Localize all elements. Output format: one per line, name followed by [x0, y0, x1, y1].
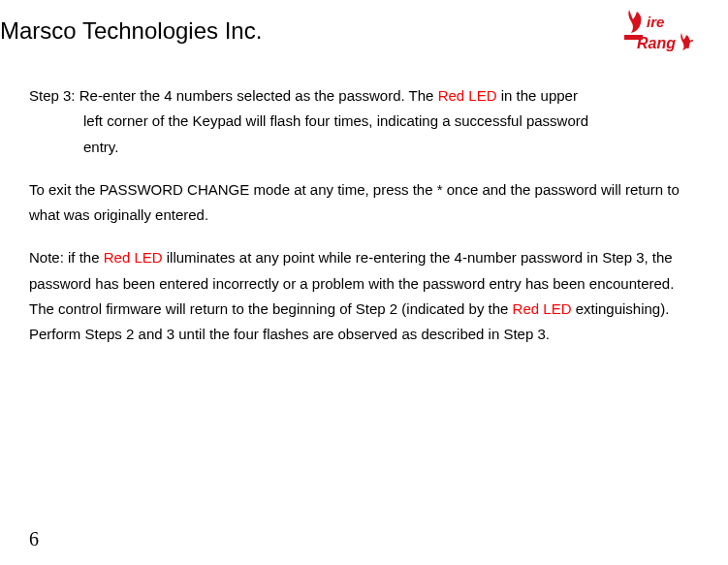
note-text-1: Note: if the [29, 249, 104, 266]
step-3-label: Step 3: [29, 87, 79, 104]
header: Marsco Technologies Inc. ire Rang r [0, 0, 728, 45]
step-3-paragraph: Step 3: Re-enter the 4 numbers selected … [29, 83, 699, 160]
svg-text:ire: ire [647, 14, 664, 30]
note-paragraph: Note: if the Red LED illuminates at any … [29, 245, 699, 347]
document-body: Step 3: Re-enter the 4 numbers selected … [0, 45, 728, 347]
exit-text: To exit the PASSWORD CHANGE mode at any … [29, 181, 680, 223]
flame-icon: ire Rang r [621, 8, 704, 56]
red-led-text: Red LED [513, 300, 572, 317]
red-led-text: Red LED [438, 87, 497, 104]
step-3-text-3: entry. [29, 135, 699, 160]
step-3-text-1b: in the upper [497, 87, 578, 104]
svg-text:Rang: Rang [637, 35, 676, 51]
company-title: Marsco Technologies Inc. [0, 17, 728, 45]
page-number: 6 [29, 528, 39, 550]
red-led-text: Red LED [104, 249, 163, 266]
step-3-text-2: left corner of the Keypad will flash fou… [29, 109, 699, 134]
step-3-text-1: Re-enter the 4 numbers selected as the p… [79, 87, 438, 104]
fire-ranger-logo: ire Rang r [621, 8, 704, 56]
exit-paragraph: To exit the PASSWORD CHANGE mode at any … [29, 177, 699, 229]
